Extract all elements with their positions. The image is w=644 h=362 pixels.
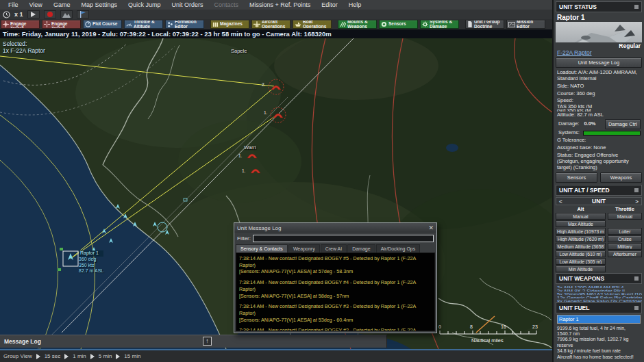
callout-altitude: 82.7 m ASL xyxy=(79,268,103,274)
svg-text:23: 23 xyxy=(532,324,538,329)
message-entry: 7:38:14 AM - New contact! Designated BOG… xyxy=(239,279,432,299)
alt-low-610-button[interactable]: Low Altitude (610 m) xyxy=(556,250,606,257)
step-15sec-icon[interactable] xyxy=(36,354,40,359)
sensors-button-toolbar[interactable]: Sensors xyxy=(379,20,418,29)
auto-engage-target-button[interactable]: Auto Engage Target xyxy=(1,20,40,29)
g-tolerance-text: G Tolerance: xyxy=(556,137,642,144)
message-tabs: Sensory & Contacts Weaponry Crew AI Dama… xyxy=(234,244,436,253)
menu-view[interactable]: View xyxy=(24,1,48,8)
alt-min-button[interactable]: Min Altitude xyxy=(556,266,606,272)
menu-missions-ref-points[interactable]: Missions + Ref. Points xyxy=(244,1,316,8)
sensors-button[interactable]: Sensors xyxy=(556,172,597,183)
mission-editor-icon xyxy=(508,22,515,27)
message-log-dock[interactable]: Message Log xyxy=(0,335,387,348)
menu-game[interactable]: Game xyxy=(48,1,76,8)
unit-group-doctrine-button[interactable]: Unit / Group Doctrine xyxy=(465,20,504,29)
town-label-warri: Warri xyxy=(244,144,256,151)
next-arrow-icon[interactable]: > xyxy=(632,198,641,205)
close-icon[interactable]: ✕ xyxy=(428,224,434,231)
alt-manual-button[interactable]: Manual xyxy=(556,213,606,220)
flag-button[interactable] xyxy=(77,10,89,18)
tab-weaponry[interactable]: Weaponry xyxy=(288,244,320,253)
step-5min-icon[interactable] xyxy=(90,354,95,359)
side-text: Side: NATO xyxy=(556,83,642,90)
throttle-manual-button[interactable]: Manual xyxy=(608,213,642,220)
throttle-afterburner-button[interactable]: Afterburner xyxy=(608,250,642,257)
time-compression-toolbar: x 1 xyxy=(0,10,552,19)
fuel-mission: 7996.9 kg mission fuel, 1202.7 kg reserv… xyxy=(557,337,641,348)
throttle-cruise-button[interactable]: Cruise xyxy=(608,235,642,242)
tab-damage[interactable]: Damage xyxy=(347,244,375,253)
interval-1min[interactable]: 1 min xyxy=(73,353,86,359)
fuel-selected-unit[interactable]: Raptor 1 xyxy=(558,315,640,323)
step-15min-icon[interactable] xyxy=(116,354,120,359)
group-view-label[interactable]: Group View xyxy=(3,353,32,359)
unit-type-link[interactable]: F-22A Raptor xyxy=(556,49,642,56)
tab-air-docking-ops[interactable]: Air/Docking Ops xyxy=(376,244,421,253)
alt-speed-grid: Alt Manual Max Altitude High Altitude (1… xyxy=(556,206,642,272)
throttle-loiter-button[interactable]: Loiter xyxy=(608,228,642,235)
aircraft-operations-button[interactable]: Aircraft Operations xyxy=(251,20,290,29)
weapons-button[interactable]: Weapons xyxy=(600,172,642,183)
menu-map-settings[interactable]: Map Settings xyxy=(75,1,123,8)
menu-file[interactable]: File xyxy=(3,1,24,8)
pin-icon[interactable] xyxy=(634,276,639,281)
filter-input[interactable] xyxy=(253,235,434,242)
interval-5min[interactable]: 5 min xyxy=(99,353,112,359)
window-title-bar[interactable]: Unit Message Log ✕ xyxy=(234,223,436,233)
selected-unit-label: 1x F-22A Raptor xyxy=(3,47,45,54)
svg-text:Nautical miles: Nautical miles xyxy=(471,337,504,344)
speed-label: Speed: xyxy=(556,97,642,104)
unit-weapons-header: UNIT WEAPONS xyxy=(556,273,642,284)
alt-high-10973-button[interactable]: High Altitude (10973 m xyxy=(556,228,606,235)
selection-readout: Selected: 1x F-22A Raptor xyxy=(3,40,45,54)
callout-course: 360 deg xyxy=(79,257,103,263)
manual-engage-target-button[interactable]: Manual Engage Target xyxy=(42,20,81,29)
alt-medium-3658-button[interactable]: Medium Altitude (3658 xyxy=(556,243,606,250)
systems-damage-button[interactable]: Systems & Damage xyxy=(420,20,459,29)
status-text: Status: Engaged Offensive (Shotgun, enga… xyxy=(556,152,642,172)
unit-alt-speed-header: UNIT ALT / SPEED xyxy=(556,185,642,196)
aircraft-icon xyxy=(253,21,260,27)
pin-icon[interactable] xyxy=(634,5,639,9)
menu-help[interactable]: Help xyxy=(343,1,367,8)
message-list[interactable]: 7:38:14 AM - New contact! Designated BOG… xyxy=(236,253,435,331)
tab-sensory-contacts[interactable]: Sensory & Contacts xyxy=(236,244,288,253)
menu-quick-jump[interactable]: Quick Jump xyxy=(123,1,166,8)
throttle-military-button[interactable]: Military xyxy=(608,243,642,250)
pin-icon[interactable] xyxy=(634,188,639,192)
tab-crew-ai[interactable]: Crew AI xyxy=(321,244,347,253)
damage-row: Damage: 0.0% Damage Ctrl xyxy=(556,119,642,129)
record-button[interactable] xyxy=(44,10,56,18)
plot-course-button[interactable]: Plot Course xyxy=(83,20,122,29)
pin-icon[interactable] xyxy=(634,306,639,310)
menu-editor[interactable]: Editor xyxy=(316,1,343,8)
course-text: Course: 360 deg xyxy=(556,90,642,98)
interval-15sec[interactable]: 15 sec xyxy=(45,353,61,359)
throttle-altitude-button[interactable]: Throttle & Altitude xyxy=(124,20,163,29)
boat-operations-button[interactable]: Boat Operations xyxy=(293,20,332,29)
systems-health-bar xyxy=(583,131,641,135)
fuel-burn-rate: 34.8 kg / minute fuel burn rate xyxy=(557,348,641,354)
alt-max-button[interactable]: Max Altitude xyxy=(556,220,606,227)
prev-arrow-icon[interactable]: < xyxy=(556,198,565,205)
damage-ctrl-button[interactable]: Damage Ctrl xyxy=(605,119,641,129)
mission-editor-button[interactable]: Mission Editor xyxy=(506,20,545,29)
message-entry: 7:38:14 AM - New contact! Designated BOG… xyxy=(239,327,432,331)
step-1min-icon[interactable] xyxy=(64,354,69,359)
screenshot-button[interactable] xyxy=(60,10,73,18)
fuel-unit-list[interactable]: Raptor 1 xyxy=(557,315,641,324)
mounts-weapons-button[interactable]: Mounts & Weapons xyxy=(338,20,377,29)
interval-15min[interactable]: 15 min xyxy=(124,353,140,359)
expand-message-log-button[interactable]: ↑ xyxy=(203,337,212,346)
alt-high-7620-button[interactable]: High Altitude (7620 m) xyxy=(556,235,606,242)
formation-editor-button[interactable]: Formation Editor xyxy=(165,20,204,29)
magazines-button[interactable]: Magazines xyxy=(210,20,249,29)
unit-message-log-button[interactable]: Unit Message Log xyxy=(556,57,642,68)
alt-low-305-button[interactable]: Low Altitude (305 m) xyxy=(556,258,606,265)
clock-icon[interactable] xyxy=(3,11,10,18)
weapon-link-flare[interactable]: 8x Generic Flare Salvo [3x Cartridges, D… xyxy=(556,298,642,302)
callout-speed: 350 kts xyxy=(79,263,103,269)
menu-unit-orders[interactable]: Unit Orders xyxy=(166,1,208,8)
play-button[interactable] xyxy=(27,10,40,18)
